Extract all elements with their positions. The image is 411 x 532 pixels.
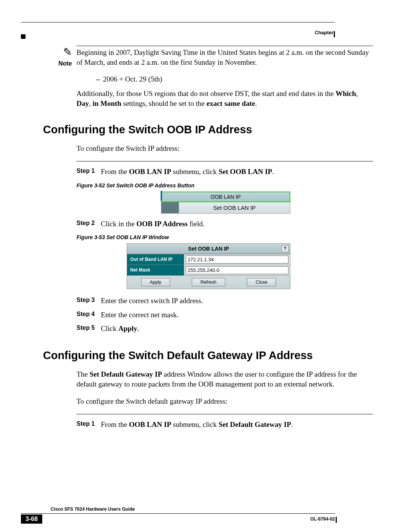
footer-tick-icon (336, 517, 337, 523)
rule (76, 161, 373, 161)
bold: Day (76, 99, 89, 107)
oob-lan-ip-menu-header[interactable]: OOB LAN IP (161, 192, 290, 202)
window-title-text: Set OOB LAN IP (188, 246, 229, 252)
step-label: Step 4 (76, 310, 101, 320)
step-text: Click in the OOB IP Address field. (101, 219, 205, 229)
heading-default-gateway: Configuring the Switch Default Gateway I… (43, 349, 373, 362)
header-tick-icon (334, 31, 335, 37)
page-footer: Cisco SFS 7024 Hardware Users Guide 3-68… (21, 504, 335, 524)
page-number-badge: 3-68 (21, 514, 42, 524)
out-of-band-lan-ip-label: Out of Band LAN IP (127, 254, 184, 265)
note-label: Note (58, 60, 72, 67)
step-label: Step 2 (76, 219, 101, 229)
refresh-button[interactable]: Refresh (192, 278, 225, 286)
header-rule (21, 22, 335, 22)
net-mask-label: Net Mask (127, 265, 184, 275)
note-block: ✎ Note Beginning in 2007, Daylight Savin… (43, 46, 373, 67)
step-2: Step 2 Click in the OOB IP Address field… (76, 219, 373, 229)
text: settings, should be set to the (121, 99, 207, 107)
text: Additionally, for those US regions that … (76, 89, 336, 97)
figure-52-caption: Figure 3-52 Set Switch OOB IP Address Bu… (76, 182, 373, 189)
section2-para2: To configure the Switch default gateway … (76, 396, 373, 406)
section1-intro: To configure the Switch IP address: (76, 144, 373, 153)
apply-button[interactable]: Apply (141, 278, 170, 286)
section2-para1: The Set Default Gateway IP address Windo… (76, 369, 373, 389)
footer-guide-title: Cisco SFS 7024 Hardware Users Guide (51, 506, 135, 512)
dash-icon: – (96, 75, 100, 83)
figure-52: OOB LAN IP Set OOB LAN IP (161, 192, 290, 214)
figure-53-window: Set OOB LAN IP ? Out of Band LAN IP Net … (127, 243, 290, 289)
set-oob-lan-ip-menu-item[interactable]: Set OOB LAN IP (161, 202, 290, 214)
header-marks: Chapter (0, 15, 411, 23)
step-text: Click Apply. (101, 324, 139, 334)
step-label: Step 5 (76, 324, 101, 334)
net-mask-input[interactable] (186, 266, 288, 274)
out-of-band-lan-ip-input[interactable] (186, 256, 288, 264)
note-text: Beginning in 2007, Daylight Saving Time … (76, 46, 373, 67)
step-label: Step 1 (76, 167, 101, 177)
step-text: From the OOB LAN IP submenu, click Set O… (101, 167, 274, 177)
dst-paragraph: Additionally, for those US regions that … (76, 89, 373, 108)
step-3: Step 3 Enter the correct switch IP addre… (76, 296, 373, 306)
rule (76, 414, 373, 414)
menu-item-label: Set OOB LAN IP (179, 202, 290, 213)
heading-oob-ip: Configuring the Switch OOB IP Address (43, 123, 373, 136)
step-1: Step 1 From the OOB LAN IP submenu, clic… (76, 167, 373, 177)
pencil-icon: ✎ (43, 46, 72, 58)
close-button[interactable]: Close (247, 278, 276, 286)
step-5: Step 5 Click Apply. (76, 324, 373, 334)
header-square-icon (21, 34, 25, 39)
figure-53-caption: Figure 3-53 Set OOB LAN IP Window (76, 234, 373, 240)
text: . (255, 99, 257, 107)
dst-bullet: –2006 = Oct. 29 (5th) (96, 75, 373, 83)
chapter-label: Chapter (315, 30, 333, 35)
doc-id: OL-8794-02 (310, 516, 335, 522)
step-label: Step 1 (76, 420, 101, 430)
step-text: Enter the correct net mask. (101, 310, 178, 320)
bold: Which (336, 89, 356, 97)
menu-indent-block (161, 202, 179, 213)
window-title: Set OOB LAN IP ? (127, 244, 290, 254)
step-text: Enter the correct switch IP address. (101, 296, 203, 306)
bold: in Month (92, 99, 121, 107)
step-label: Step 3 (76, 296, 101, 306)
section2-step-1: Step 1 From the OOB LAN IP submenu, clic… (76, 420, 373, 430)
step-4: Step 4 Enter the correct net mask. (76, 310, 373, 320)
step-text: From the OOB LAN IP submenu, click Set D… (101, 420, 293, 430)
help-button[interactable]: ? (282, 245, 288, 252)
bold: exact same date (207, 99, 255, 107)
dst-bullet-text: 2006 = Oct. 29 (5th) (103, 75, 162, 83)
